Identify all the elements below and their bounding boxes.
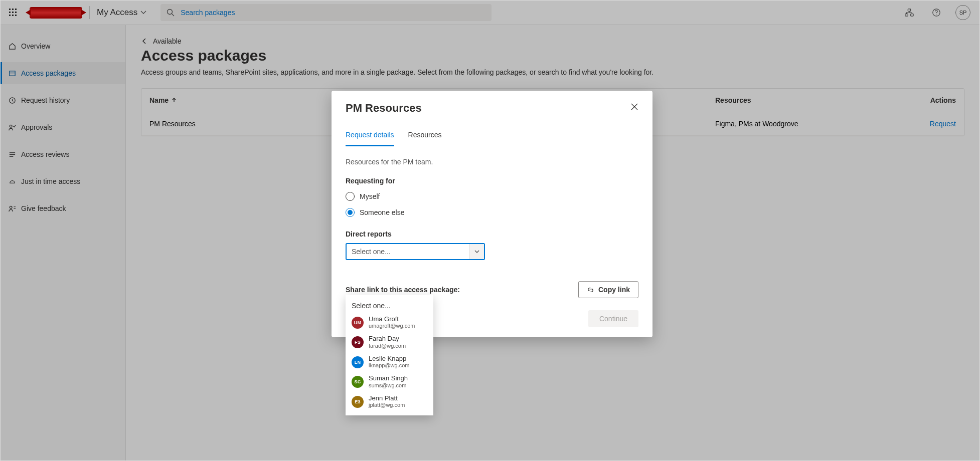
person-email: jplatt@wg.com xyxy=(369,402,405,408)
person-email: sums@wg.com xyxy=(369,382,408,389)
tab-request-details[interactable]: Request details xyxy=(346,126,394,146)
dialog-tabs: Request details Resources xyxy=(346,126,638,147)
person-name: Uma Groft xyxy=(369,316,415,323)
dropdown-person-option[interactable]: SCSuman Singhsums@wg.com xyxy=(346,372,433,391)
chevron-down-icon xyxy=(469,244,484,259)
dropdown-placeholder-option[interactable]: Select one... xyxy=(346,299,433,313)
continue-button[interactable]: Continue xyxy=(588,310,638,327)
share-label: Share link to this access package: xyxy=(346,286,460,294)
dialog-title: PM Resources xyxy=(346,102,638,115)
person-avatar: E3 xyxy=(352,396,364,408)
person-email: farad@wg.com xyxy=(369,343,406,349)
radio-myself[interactable]: Myself xyxy=(346,192,638,201)
dropdown-person-option[interactable]: E3Jenn Plattjplatt@wg.com xyxy=(346,392,433,411)
direct-reports-label: Direct reports xyxy=(346,230,638,238)
radio-checked-icon xyxy=(346,208,355,217)
person-email: lknapp@wg.com xyxy=(369,362,409,369)
dropdown-person-option[interactable]: UMUma Groftumagroft@wg.com xyxy=(346,313,433,332)
close-icon xyxy=(631,103,638,110)
requesting-for-group: Myself Someone else xyxy=(346,192,638,217)
dropdown-person-option[interactable]: LNLeslie Knapplknapp@wg.com xyxy=(346,352,433,372)
radio-unchecked-icon xyxy=(346,192,355,201)
tab-resources[interactable]: Resources xyxy=(408,126,442,146)
direct-reports-select[interactable]: Select one... xyxy=(346,243,485,260)
link-icon xyxy=(587,286,594,294)
direct-reports-dropdown: Select one... UMUma Groftumagroft@wg.com… xyxy=(346,295,433,415)
person-name: Jenn Platt xyxy=(369,395,405,402)
requesting-for-label: Requesting for xyxy=(346,177,638,185)
person-avatar: SC xyxy=(352,376,364,388)
close-button[interactable] xyxy=(627,100,641,114)
dropdown-person-option[interactable]: FSFarah Dayfarad@wg.com xyxy=(346,332,433,352)
person-avatar: FS xyxy=(352,336,364,348)
person-avatar: LN xyxy=(352,356,364,368)
radio-someone-else[interactable]: Someone else xyxy=(346,208,638,217)
select-placeholder: Select one... xyxy=(352,248,391,256)
dialog-description: Resources for the PM team. xyxy=(346,158,638,166)
copy-link-button[interactable]: Copy link xyxy=(578,281,638,298)
person-name: Suman Singh xyxy=(369,375,408,382)
person-avatar: UM xyxy=(352,317,364,329)
person-email: umagroft@wg.com xyxy=(369,323,415,329)
person-name: Leslie Knapp xyxy=(369,355,409,362)
person-name: Farah Day xyxy=(369,335,406,342)
